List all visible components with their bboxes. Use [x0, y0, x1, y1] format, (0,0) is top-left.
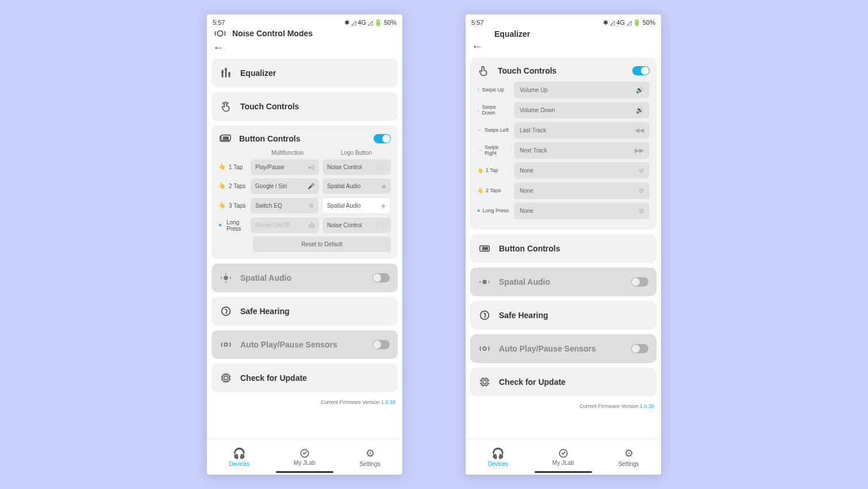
status-bar: 5:57 ✱ ◿ 4G ◿ 🔋 50% [207, 14, 402, 30]
tab-bar: 🎧 Devices My JLab ⚙ Settings [207, 439, 402, 475]
equalizer-card[interactable]: Equalizer [212, 59, 398, 87]
longpress-icon: ● [477, 208, 480, 214]
gear-icon: ⚙ [624, 447, 633, 460]
jlab-icon [558, 448, 569, 459]
gear-icon: ⚙ [366, 447, 375, 460]
button-controls-card[interactable]: BTN Button Controls [470, 234, 656, 263]
button-controls-section: BTN Button Controls Multifunction Logo B… [212, 125, 398, 259]
safe-hearing-card[interactable]: Safe Hearing [470, 301, 656, 330]
firmware-text: Current Firmware Version 1.0.39 [212, 397, 398, 405]
home-indicator [535, 471, 592, 473]
back-button[interactable]: ← [212, 40, 398, 54]
tab-myjlab[interactable]: My JLab [294, 448, 316, 466]
battery-icon: 🔋 [633, 19, 641, 26]
pill-3tap-a[interactable]: Switch EQ⚙ [251, 198, 318, 213]
row-swipe-right: →Swipe Right Next Track▶▶ [477, 142, 650, 159]
play-pause-icon: ▸|| [309, 164, 314, 170]
signal-icon: ◿ [351, 19, 356, 26]
touch-controls-toggle[interactable] [632, 66, 650, 75]
button-controls-title: Button Controls [239, 134, 301, 143]
auto-play-toggle[interactable] [631, 344, 648, 353]
spatial-audio-card[interactable]: Spatial Audio [212, 263, 398, 292]
row-longpress: ●Long Press Power On/Off⏻ Noise Control⋮… [218, 217, 391, 233]
noise-control-title: Noise Control Modes [232, 30, 313, 38]
prev-track-icon: ◀◀ [635, 127, 644, 134]
status-time: 5:57 [213, 19, 225, 26]
signal-label: 4G [358, 19, 366, 26]
svg-rect-14 [224, 376, 228, 380]
row-2taps: 👆2 Taps Google / Siri🎤 Spatial Audio◈ [218, 178, 391, 194]
pill-longpress[interactable]: None⊘ [514, 203, 650, 219]
button-controls-toggle[interactable] [374, 134, 391, 143]
spatial-audio-icon [478, 276, 491, 288]
svg-point-0 [217, 30, 222, 36]
pill-3tap-b[interactable]: Spatial Audio◈ [322, 197, 391, 214]
auto-play-label: Auto Play/Pause Sensors [499, 344, 596, 353]
pill-1tap-b[interactable]: Noise Control⋮⋮ [322, 159, 391, 175]
headphones-icon: 🎧 [233, 447, 245, 460]
pill-long-a[interactable]: Power On/Off⏻ [251, 217, 319, 233]
back-button[interactable]: ← [470, 39, 656, 53]
next-track-icon: ▶▶ [635, 147, 644, 154]
pill-long-b[interactable]: Noise Control⋮⋮ [322, 217, 391, 233]
button-icon: BTN [218, 132, 231, 145]
tab-devices[interactable]: 🎧 Devices [487, 447, 508, 467]
pill-swipe-left[interactable]: Last Track◀◀ [514, 122, 650, 139]
pill-swipe-right[interactable]: Next Track▶▶ [514, 142, 650, 159]
col-multifunction: Multifunction [253, 150, 322, 156]
safe-hearing-card[interactable]: Safe Hearing [212, 297, 398, 326]
spatial-toggle[interactable] [372, 273, 390, 282]
auto-play-card[interactable]: Auto Play/Pause Sensors [470, 334, 656, 363]
svg-text:BTN: BTN [482, 247, 487, 250]
tab-settings[interactable]: ⚙ Settings [359, 447, 380, 467]
status-bar: 5:57 ✱ ◿ 4G ◿ 🔋 50% [466, 14, 661, 30]
svg-point-19 [481, 311, 489, 320]
safe-hearing-icon [478, 309, 491, 322]
check-update-card[interactable]: Check for Update [212, 364, 398, 392]
signal-icon-2: ◿ [368, 19, 372, 26]
none-icon: ⊘ [639, 187, 644, 194]
spatial-toggle[interactable] [631, 277, 648, 286]
tap-icon: 👆 [477, 188, 483, 194]
auto-play-card[interactable]: Auto Play/Pause Sensors [212, 330, 398, 359]
svg-point-10 [224, 276, 228, 280]
row-swipe-left: ←Swipe Left Last Track◀◀ [477, 122, 650, 139]
headphones-icon: 🎧 [491, 447, 504, 460]
check-update-label: Check for Update [240, 373, 307, 383]
tab-devices[interactable]: 🎧 Devices [229, 447, 249, 467]
equalizer-title: Equalizer [494, 30, 530, 39]
tab-settings[interactable]: ⚙ Settings [618, 447, 639, 467]
none-icon: ⊘ [639, 167, 644, 174]
button-icon: BTN [478, 242, 491, 255]
pill-2taps[interactable]: None⊘ [514, 182, 650, 199]
pill-2tap-b[interactable]: Spatial Audio◈ [322, 178, 391, 194]
none-icon: ⊘ [639, 207, 644, 215]
signal-icon-2: ◿ [627, 19, 631, 26]
tap-icon: 👆 [218, 163, 226, 171]
longpress-icon: ● [218, 221, 224, 230]
spatial-icon: ◈ [382, 183, 386, 189]
swipe-down-icon: ↓ [477, 108, 480, 113]
tab-myjlab[interactable]: My JLab [552, 448, 574, 466]
pill-2tap-a[interactable]: Google / Siri🎤 [251, 178, 319, 194]
touch-controls-card[interactable]: Touch Controls [212, 92, 398, 121]
bluetooth-icon: ✱ [603, 19, 608, 26]
pill-swipe-up[interactable]: Volume Up🔊 [514, 82, 650, 98]
svg-rect-13 [223, 375, 229, 381]
spatial-label: Spatial Audio [240, 273, 291, 282]
home-indicator [276, 471, 333, 473]
spatial-audio-icon [220, 272, 232, 284]
swipe-left-icon: ← [477, 128, 482, 133]
reset-button[interactable]: Reset to Default [253, 236, 391, 252]
auto-play-toggle[interactable] [372, 340, 390, 349]
check-update-card[interactable]: Check for Update [470, 368, 656, 396]
battery-label: 50% [643, 19, 655, 26]
svg-point-11 [222, 307, 231, 316]
noise-icon: ⋮⋮ [375, 164, 386, 170]
pill-1tap[interactable]: None⊘ [514, 162, 650, 179]
spatial-audio-card[interactable]: Spatial Audio [470, 268, 656, 296]
row-longpress: ●Long Press None⊘ [477, 203, 650, 219]
pill-1tap-a[interactable]: Play/Pause▸|| [251, 159, 319, 175]
row-swipe-up: ↑Swipe Up Volume Up🔊 [477, 82, 650, 98]
pill-swipe-down[interactable]: Volume Down🔊 [514, 102, 650, 119]
